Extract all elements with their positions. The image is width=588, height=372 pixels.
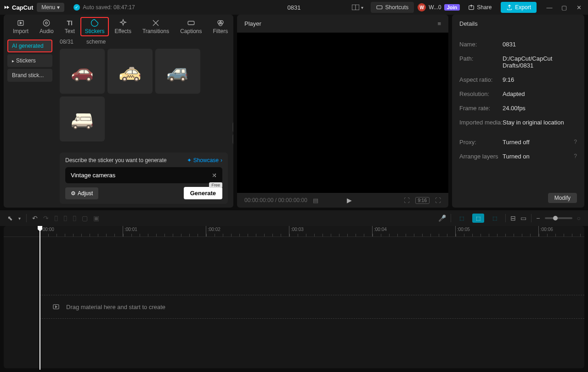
user-area[interactable]: W W...0 Join Share xyxy=(418,2,497,13)
showcase-link[interactable]: ✦ Showcase › xyxy=(187,157,222,163)
join-badge[interactable]: Join xyxy=(444,4,460,11)
play-button[interactable]: ▶ xyxy=(347,197,352,204)
timeline-ruler[interactable]: :00:00 :00:01 :00:02 :00:03 :00:04 :00:0… xyxy=(4,226,584,237)
sticker-grid: 🚗 🚕 🚙 🚐 xyxy=(60,49,228,141)
zoom-fit-button[interactable]: ○ xyxy=(577,214,581,222)
tab-stickers[interactable]: Stickers xyxy=(80,17,109,36)
list-view-icon[interactable]: ▤ xyxy=(313,197,318,204)
modify-button[interactable]: Modify xyxy=(548,193,577,203)
tab-import[interactable]: Import xyxy=(7,17,34,36)
prompt-input[interactable]: Vintage cameras ⤨ xyxy=(65,167,222,183)
ruler-tick: :00:03 xyxy=(289,226,372,237)
tab-effects[interactable]: Effects xyxy=(109,17,136,36)
edit-grid-button[interactable] xyxy=(232,122,233,132)
timecode: 00:00:00:00 / 00:00:00:00 xyxy=(244,197,307,203)
avatar: W xyxy=(418,3,426,11)
prompt-section: Describe the sticker you want to generat… xyxy=(60,152,228,204)
align-button[interactable]: ⊟ xyxy=(510,214,516,222)
shortcuts-button[interactable]: Shortcuts xyxy=(371,2,414,13)
chevron-down-icon: ▾ xyxy=(361,5,363,10)
tab-filters[interactable]: Filters xyxy=(208,17,233,36)
ruler-tick: :00:01 xyxy=(123,226,206,237)
sticker-result-4[interactable]: 🚐 xyxy=(60,96,105,141)
ruler-tick: :00:05 xyxy=(455,226,538,237)
help-icon[interactable]: ? xyxy=(574,139,577,146)
snap-center-button[interactable]: ⬚ xyxy=(472,214,484,223)
zoom-slider[interactable] xyxy=(545,217,572,219)
player-title: Player xyxy=(244,20,261,27)
svg-point-6 xyxy=(45,22,48,24)
minimize-button[interactable]: — xyxy=(544,2,555,13)
car-sticker-icon: 🚐 xyxy=(71,108,94,130)
split-right-button[interactable]: ⌷ xyxy=(73,214,76,222)
ruler-tick: :00:02 xyxy=(206,226,289,237)
zoom-out-button[interactable]: − xyxy=(536,214,540,222)
chevron-right-icon: › xyxy=(220,157,222,163)
content-date: 08/31 xyxy=(60,39,74,45)
export-button[interactable]: Export xyxy=(501,2,537,13)
sticker-result-2[interactable]: 🚕 xyxy=(107,49,153,94)
help-icon[interactable]: ? xyxy=(574,153,577,160)
menu-button[interactable]: Menu▾ xyxy=(37,3,64,12)
captions-icon xyxy=(187,19,195,27)
tab-audio[interactable]: Audio xyxy=(34,17,59,36)
refresh-grid-button[interactable] xyxy=(232,134,233,144)
sticker-icon xyxy=(90,19,99,27)
sticker-sidebar: AI generated Stickers Brand stick... xyxy=(4,36,56,208)
sidebar-item-ai-generated[interactable]: AI generated xyxy=(7,39,52,52)
timeline-tracks[interactable]: Drag material here and start to create xyxy=(4,237,584,368)
split-button[interactable]: ⌷ xyxy=(54,214,58,222)
detail-row: Path:D:/CapCut/CapCut Drafts/0831 xyxy=(459,51,577,73)
import-icon xyxy=(17,19,25,27)
fullscreen-icon[interactable]: ⛶ xyxy=(435,197,441,204)
player-menu-icon[interactable]: ≡ xyxy=(437,20,441,27)
chevron-down-icon: ▾ xyxy=(57,4,60,11)
transitions-icon xyxy=(152,19,160,27)
sticker-result-1[interactable]: 🚗 xyxy=(60,49,105,94)
pointer-dropdown[interactable]: ▾ xyxy=(18,216,21,221)
delete-button[interactable]: ▢ xyxy=(82,214,88,222)
mic-button[interactable]: 🎤 xyxy=(438,214,446,222)
crop-button[interactable]: ▣ xyxy=(93,214,99,222)
player-viewport[interactable] xyxy=(237,33,448,193)
window-controls: — ▢ ✕ xyxy=(544,2,584,13)
close-button[interactable]: ✕ xyxy=(573,2,584,13)
sidebar-item-brand-stickers[interactable]: Brand stick... xyxy=(7,69,52,82)
generate-button[interactable]: Generate xyxy=(184,187,222,199)
autosave-indicator: ✓ Auto saved: 08:47:17 xyxy=(74,4,135,11)
snap-left-button[interactable]: ⬚ xyxy=(456,214,468,223)
undo-button[interactable]: ↶ xyxy=(32,214,38,222)
car-sticker-icon: 🚗 xyxy=(71,61,94,82)
tab-captions[interactable]: Captions xyxy=(175,17,207,36)
capcut-logo-icon xyxy=(4,4,10,11)
pointer-tool[interactable]: ⬉ xyxy=(7,214,13,222)
details-title: Details xyxy=(459,20,478,27)
redo-button[interactable]: ↷ xyxy=(43,214,49,222)
focus-icon[interactable]: ⛶ xyxy=(404,197,410,204)
snap-right-button[interactable]: ⬚ xyxy=(489,214,501,223)
details-panel: Details Name:0831 Path:D:/CapCut/CapCut … xyxy=(452,15,584,208)
ratio-dropdown[interactable]: ▾ xyxy=(348,3,367,11)
tab-transitions[interactable]: Transitions xyxy=(137,17,175,36)
timeline-drop-zone[interactable]: Drag material here and start to create xyxy=(40,295,584,319)
sticker-result-3[interactable]: 🚙 xyxy=(155,49,200,94)
playhead[interactable] xyxy=(40,227,40,370)
maximize-button[interactable]: ▢ xyxy=(559,2,570,13)
export-icon xyxy=(506,4,513,11)
ruler-tick: :00:04 xyxy=(372,226,455,237)
aspect-badge[interactable]: 9:16 xyxy=(415,197,430,204)
detail-row: Resolution:Adapted xyxy=(459,87,577,101)
prompt-value: Vintage cameras xyxy=(71,172,115,179)
sidebar-item-stickers[interactable]: Stickers xyxy=(7,54,52,67)
player-panel: Player ≡ 00:00:00:00 / 00:00:00:00 ▤ ▶ ⛶… xyxy=(237,15,448,208)
project-title: 0831 xyxy=(288,4,301,11)
sparkle-icon: ✦ xyxy=(187,157,192,163)
preview-button[interactable]: ▭ xyxy=(520,214,526,222)
adjust-button[interactable]: ⚙Adjust xyxy=(65,187,98,199)
split-left-button[interactable]: ⌷ xyxy=(63,214,67,222)
tab-text[interactable]: TIText xyxy=(59,17,80,36)
share-button[interactable]: Share xyxy=(463,2,497,13)
shuffle-icon[interactable]: ⤨ xyxy=(212,172,217,179)
zoom-thumb[interactable] xyxy=(553,216,558,220)
text-icon: TI xyxy=(66,19,74,27)
